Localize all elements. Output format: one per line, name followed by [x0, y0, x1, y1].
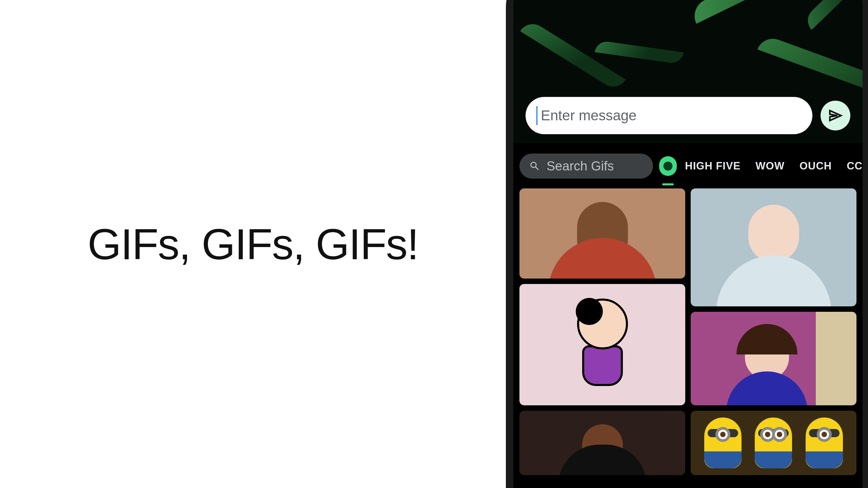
- gif-category[interactable]: OUCH: [800, 160, 832, 172]
- feature-slide: GIFs, GIFs, GIFs! Enter message: [0, 0, 868, 488]
- wallpaper-leaf: [802, 0, 863, 30]
- keyboard-panel: Search Gifs HIGH FIVE WOW OUCH CC: [513, 144, 863, 488]
- wallpaper-leaf: [595, 40, 684, 64]
- gif-tile[interactable]: [519, 188, 685, 279]
- gif-grid: [513, 183, 863, 488]
- tab-recents[interactable]: [659, 156, 677, 176]
- message-placeholder: Enter message: [541, 107, 636, 124]
- phone-screen: Enter message Search Gifs: [513, 0, 863, 488]
- headline-area: GIFs, GIFs, GIFs!: [0, 0, 506, 488]
- text-caret: [536, 106, 537, 125]
- gif-tile[interactable]: [691, 411, 856, 475]
- gif-category[interactable]: HIGH FIVE: [685, 160, 741, 172]
- compose-row: Enter message: [526, 97, 857, 134]
- gif-category[interactable]: CC: [847, 160, 863, 172]
- clock-icon: [663, 161, 673, 171]
- wallpaper-leaf: [689, 0, 824, 24]
- gif-search-placeholder: Search Gifs: [547, 159, 614, 174]
- gif-tile[interactable]: [691, 188, 856, 306]
- gif-tile[interactable]: [519, 411, 685, 475]
- phone-frame: Enter message Search Gifs: [506, 0, 868, 488]
- active-tab-indicator: [662, 183, 674, 185]
- search-icon: [529, 160, 540, 172]
- wallpaper-leaf: [520, 19, 626, 92]
- page-title: GIFs, GIFs, GIFs!: [87, 219, 418, 269]
- gif-tile[interactable]: [691, 312, 856, 405]
- gif-top-row: Search Gifs HIGH FIVE WOW OUCH CC: [513, 144, 863, 183]
- gif-column: [519, 188, 685, 488]
- gif-column: [691, 188, 856, 488]
- wallpaper-leaf: [757, 34, 863, 107]
- gif-category[interactable]: WOW: [755, 160, 785, 172]
- gif-search-input[interactable]: Search Gifs: [519, 154, 653, 179]
- gif-tile[interactable]: [519, 284, 685, 405]
- gif-category-tabs: HIGH FIVE WOW OUCH CC: [683, 160, 863, 172]
- send-icon: [828, 108, 843, 123]
- send-button[interactable]: [821, 101, 850, 130]
- message-input[interactable]: Enter message: [526, 97, 812, 134]
